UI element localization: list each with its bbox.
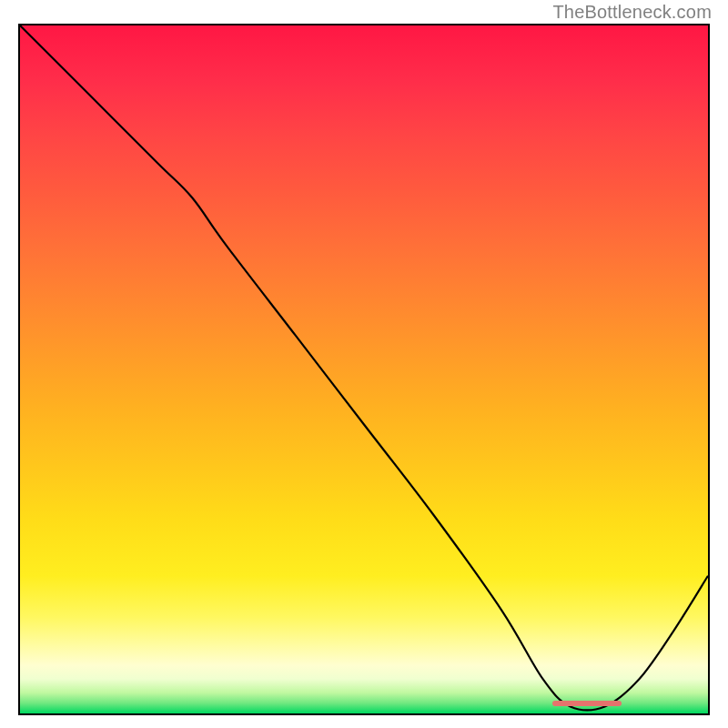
chart-container: TheBottleneck.com	[0, 0, 728, 728]
curve-svg	[20, 25, 708, 713]
plot-area	[18, 24, 710, 715]
optimal-range-marker	[552, 701, 622, 706]
bottleneck-curve	[20, 25, 708, 710]
watermark-text: TheBottleneck.com	[552, 2, 712, 23]
